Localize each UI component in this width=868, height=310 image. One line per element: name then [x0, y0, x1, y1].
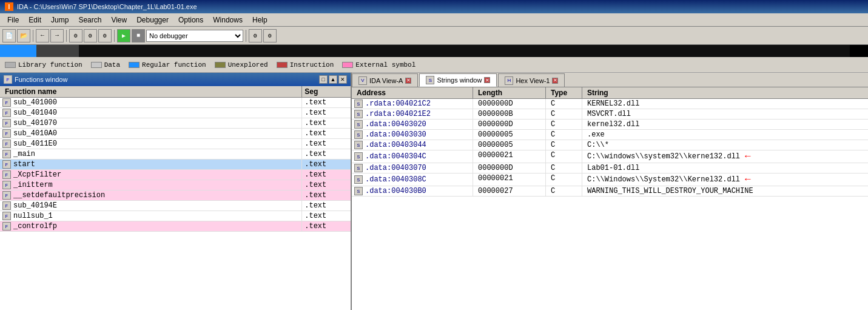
table-row[interactable]: F _initterm .text	[0, 180, 351, 190]
panel-close-btn[interactable]: ✕	[338, 75, 347, 84]
table-row[interactable]: F sub_4011E0 .text	[0, 139, 351, 149]
menu-item-jump[interactable]: Jump	[46, 15, 73, 25]
fn-cell-seg: .text	[302, 180, 351, 190]
str-row-icon: S	[354, 164, 363, 172]
fn-row-icon: F	[2, 201, 11, 210]
fn-cell-name: F start	[0, 160, 302, 169]
table-row[interactable]: F sub_401040 .text	[0, 108, 351, 118]
menu-item-file[interactable]: File	[2, 15, 24, 25]
table-row[interactable]: F _XcptFilter .text	[0, 170, 351, 180]
menu-item-windows[interactable]: Windows	[208, 15, 247, 25]
tab-hex-close[interactable]: ✕	[552, 78, 558, 84]
title-text: IDA - C:\Users\Win7 SP1\Desktop\Chapter_…	[17, 3, 197, 10]
menu-bar: FileEditJumpSearchViewDebuggerOptionsWin…	[0, 13, 868, 27]
str-cell-address: S .rdata:004021C2	[352, 99, 473, 109]
legend-instruction: Instruction	[277, 61, 334, 69]
table-row[interactable]: F sub_401070 .text	[0, 118, 351, 129]
list-item[interactable]: S .data:0040308C 00000021 C C:\\Windows\…	[352, 174, 868, 186]
fn-cell-name: F _initterm	[0, 180, 302, 190]
fn-name: nullsub_1	[13, 212, 53, 220]
str-value: KERNEL32.dll	[587, 99, 639, 108]
tab-strings-close[interactable]: ✕	[484, 77, 490, 83]
toolbar-new[interactable]: 📄	[2, 29, 16, 42]
fn-name: sub_401070	[13, 119, 57, 127]
strings-rows: S .rdata:004021C2 0000000D C KERNEL32.dl…	[352, 99, 868, 197]
tab-strings[interactable]: S Strings window ✕	[419, 73, 497, 87]
table-row[interactable]: F _main .text	[0, 149, 351, 160]
col-header-seg: Seg	[302, 86, 351, 97]
list-item[interactable]: S .data:0040304C 00000021 C C:\\windows\…	[352, 150, 868, 163]
fn-row-icon: F	[2, 191, 11, 200]
menu-item-options[interactable]: Options	[173, 15, 208, 25]
menu-item-search[interactable]: Search	[73, 15, 106, 25]
list-item[interactable]: S .data:004030B0 00000027 C WARNING_THIS…	[352, 186, 868, 197]
menu-item-view[interactable]: View	[106, 15, 132, 25]
toolbar-open[interactable]: 📂	[17, 29, 30, 42]
str-cell-address: S .data:00403044	[352, 140, 473, 150]
functions-panel: F Functions window □ ▲ ✕ Function name S…	[0, 73, 352, 310]
fn-cell-seg: .text	[302, 170, 351, 180]
sep1	[33, 30, 33, 42]
fn-row-icon: F	[2, 140, 11, 148]
str-cell-type: C	[546, 99, 582, 109]
menu-item-help[interactable]: Help	[247, 15, 272, 25]
tab-ida-view-close[interactable]: ✕	[405, 78, 411, 84]
str-value: MSVCRT.dll	[587, 110, 631, 118]
table-row[interactable]: F nullsub_1 .text	[0, 211, 351, 221]
toolbar-stop[interactable]: ■	[132, 29, 145, 42]
toolbar-run[interactable]: ▶	[117, 29, 130, 42]
legend-label-external: External symbol	[355, 61, 415, 69]
table-row[interactable]: F sub_4010A0 .text	[0, 129, 351, 139]
list-item[interactable]: S .data:00403070 0000000D C Lab01-01.dll	[352, 163, 868, 174]
toolbar-btn3[interactable]: ⚙	[69, 29, 82, 42]
debugger-select[interactable]: No debugger	[146, 30, 243, 42]
list-item[interactable]: S .data:00403020 0000000D C kernel32.dll	[352, 120, 868, 130]
toolbar-back[interactable]: ←	[36, 29, 49, 42]
tab-hex[interactable]: H Hex View-1 ✕	[498, 73, 565, 87]
fn-row-icon: F	[2, 181, 11, 189]
menu-item-edit[interactable]: Edit	[24, 15, 46, 25]
sep4	[246, 30, 246, 42]
nav-bar	[0, 45, 868, 57]
tab-hex-label: Hex View-1	[516, 77, 550, 84]
table-row[interactable]: F _controlfp .text	[0, 221, 351, 232]
tab-ida-view[interactable]: V IDA View-A ✕	[352, 73, 418, 87]
str-address: .rdata:004021C2	[365, 99, 431, 108]
str-row-icon: S	[354, 130, 363, 139]
panel-restore-btn[interactable]: □	[319, 75, 328, 84]
functions-panel-icon: F	[4, 75, 12, 84]
toolbar-btn5[interactable]: ⚙	[98, 29, 112, 42]
table-row[interactable]: F sub_40194E .text	[0, 201, 351, 211]
str-cell-length: 0000000B	[473, 109, 546, 119]
toolbar-btn6[interactable]: ⚙	[249, 29, 262, 42]
tab-bar: V IDA View-A ✕ S Strings window ✕ H Hex …	[352, 73, 868, 87]
str-cell-address: S .data:0040308C	[352, 174, 473, 186]
str-row-icon: S	[354, 187, 363, 195]
str-cell-length: 00000027	[473, 186, 546, 196]
toolbar-btn7[interactable]: ⚙	[263, 29, 277, 42]
table-row[interactable]: F sub_401000 .text	[0, 98, 351, 108]
list-item[interactable]: S .rdata:004021C2 0000000D C KERNEL32.dl…	[352, 99, 868, 109]
str-address: .data:0040308C	[365, 175, 426, 184]
legend-external: External symbol	[342, 61, 415, 69]
toolbar-forward[interactable]: →	[50, 29, 64, 42]
str-address: .data:0040304C	[365, 152, 426, 161]
col-header-length: Length	[473, 87, 546, 98]
table-row[interactable]: F __setdefaultprecision .text	[0, 190, 351, 201]
str-row-icon: S	[354, 175, 363, 184]
fn-name: _XcptFilter	[13, 170, 61, 179]
right-panel: V IDA View-A ✕ S Strings window ✕ H Hex …	[352, 73, 868, 310]
list-item[interactable]: S .data:00403044 00000005 C C:\\*	[352, 140, 868, 150]
functions-table: Function name Seg F sub_401000 .text F s…	[0, 86, 351, 310]
fn-cell-name: F _controlfp	[0, 221, 302, 231]
nav-segment-black	[79, 45, 850, 57]
str-cell-type: C	[546, 130, 582, 140]
panel-float-btn[interactable]: ▲	[329, 75, 337, 84]
toolbar-btn4[interactable]: ⚙	[84, 29, 97, 42]
list-item[interactable]: S .data:00403030 00000005 C .exe	[352, 130, 868, 140]
list-item[interactable]: S .rdata:004021E2 0000000B C MSVCRT.dll	[352, 109, 868, 120]
nav-segment-dark	[36, 45, 49, 57]
col-header-string: String	[582, 87, 868, 98]
menu-item-debugger[interactable]: Debugger	[132, 15, 173, 25]
table-row[interactable]: F start .text	[0, 160, 351, 170]
